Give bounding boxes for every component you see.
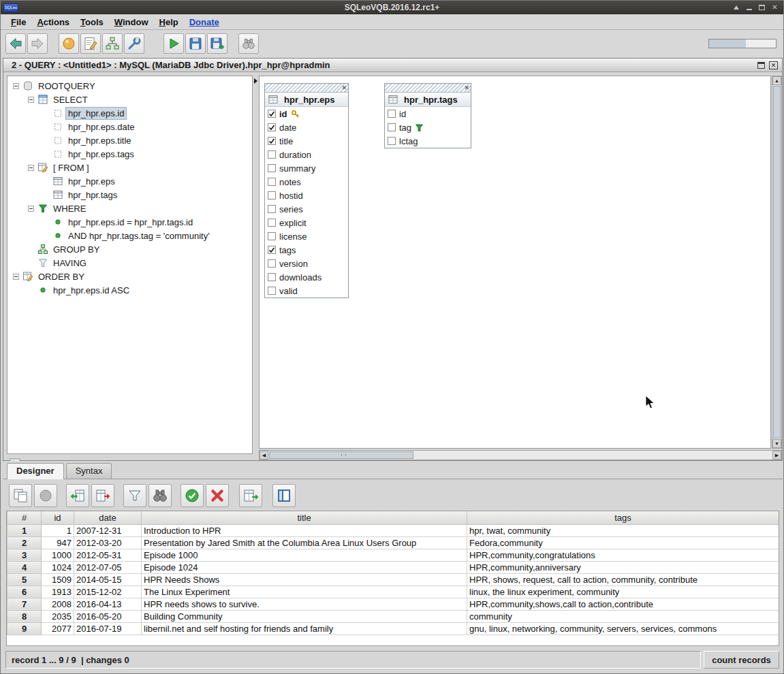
count-records-button[interactable]: count records <box>704 651 779 669</box>
back-arrow-button[interactable] <box>5 33 26 54</box>
tree-item[interactable]: ROOTQUERY <box>7 79 252 93</box>
card-drag-handle[interactable]: ✕ <box>385 84 471 93</box>
cell-title[interactable]: HPR Needs Shows <box>142 573 467 585</box>
menu-file[interactable]: File <box>5 16 31 29</box>
cell-date[interactable]: 2015-12-02 <box>74 585 142 598</box>
splitter[interactable] <box>253 76 259 454</box>
table-card[interactable]: ✕hpr_hpr.tagsidtaglctag <box>384 83 471 148</box>
cell-id[interactable]: 2035 <box>42 610 74 622</box>
filter-funnel-button[interactable] <box>123 484 146 507</box>
column-checkbox[interactable] <box>268 259 276 268</box>
tree-item[interactable]: hpr_hpr.eps.title <box>7 133 252 147</box>
column-checkbox[interactable] <box>268 205 276 213</box>
menu-tools[interactable]: Tools <box>75 16 109 29</box>
tree-item[interactable]: HAVING <box>7 256 252 270</box>
schema-tree-button[interactable] <box>102 33 123 54</box>
cell-id[interactable]: 1913 <box>42 585 74 598</box>
copy-grid-button[interactable] <box>9 484 32 507</box>
horizontal-scrollbar[interactable]: ◀ ▶ <box>259 450 782 460</box>
cell-id[interactable]: 2077 <box>42 622 74 635</box>
cell-date[interactable]: 2016-07-19 <box>74 622 142 635</box>
cell-id[interactable]: 1509 <box>42 573 74 585</box>
menu-window[interactable]: Window <box>109 16 154 29</box>
table-row[interactable]: 720082016-04-13HPR needs shows to surviv… <box>7 598 779 610</box>
cell-tags[interactable]: Fedora,community <box>467 536 779 549</box>
scroll-left-icon[interactable]: ◀ <box>260 451 268 460</box>
cell-title[interactable]: The Linux Experiment <box>142 585 467 598</box>
menu-donate[interactable]: Donate <box>184 16 225 29</box>
table-row[interactable]: 112007-12-31Introduction to HPRhpr, twat… <box>7 524 779 536</box>
card-title[interactable]: hpr_hpr.tags <box>385 93 471 107</box>
shade-icon[interactable] <box>731 3 741 12</box>
table-row[interactable]: 410242012-07-05Episode 1024HPR,community… <box>7 561 779 573</box>
column-checkbox[interactable] <box>268 164 276 172</box>
tree-item[interactable]: hpr_hpr.eps.id = hpr_hpr.tags.id <box>7 215 252 229</box>
column-row[interactable]: summary <box>265 161 348 175</box>
apply-check-button[interactable] <box>181 484 204 507</box>
tab-designer[interactable]: Designer <box>7 463 64 479</box>
cell-date[interactable]: 2016-05-20 <box>74 610 142 622</box>
cell-tags[interactable]: HPR, shows, request, call to action, com… <box>467 573 779 585</box>
vertical-scroll-thumb[interactable] <box>773 86 781 438</box>
table-row[interactable]: 820352016-05-20Building Communitycommuni… <box>7 610 779 622</box>
tree-item[interactable]: hpr_hpr.eps.id ASC <box>7 283 252 297</box>
card-title[interactable]: hpr_hpr.eps <box>265 93 348 107</box>
column-row[interactable]: lctag <box>385 134 471 148</box>
results-table[interactable]: #iddatetitletags112007-12-31Introduction… <box>7 511 779 635</box>
column-checkbox[interactable] <box>268 123 276 131</box>
column-row[interactable]: valid <box>265 284 348 298</box>
cell-date[interactable]: 2012-05-31 <box>74 549 142 561</box>
minimize-icon[interactable] <box>744 3 754 12</box>
scroll-down-icon[interactable]: ▼ <box>772 439 781 448</box>
column-row[interactable]: hostid <box>265 189 348 202</box>
cell-tags[interactable]: HPR,community,congratulations <box>467 549 779 561</box>
column-row[interactable]: notes <box>265 175 348 189</box>
edit-note-button[interactable] <box>80 33 101 54</box>
find-binoculars-button[interactable] <box>148 484 172 507</box>
save-disk-button[interactable] <box>185 33 206 54</box>
cell-date[interactable]: 2012-07-05 <box>74 561 142 573</box>
column-row[interactable]: series <box>265 202 348 216</box>
cell-title[interactable]: Building Community <box>142 610 467 622</box>
column-row[interactable]: license <box>265 229 348 243</box>
results-header[interactable]: title <box>142 511 467 524</box>
column-setup-button[interactable] <box>272 484 296 507</box>
table-row[interactable]: 619132015-12-02The Linux Experimentlinux… <box>7 585 779 598</box>
results-header[interactable]: id <box>42 511 74 524</box>
card-drag-handle[interactable]: ✕ <box>265 84 348 93</box>
column-checkbox[interactable] <box>268 137 276 145</box>
cell-title[interactable]: Episode 1000 <box>142 549 467 561</box>
close-icon[interactable]: ✕ <box>770 3 780 12</box>
menu-actions[interactable]: Actions <box>31 16 75 29</box>
table-row[interactable]: 515092014-05-15HPR Needs ShowsHPR, shows… <box>7 573 779 585</box>
column-checkbox[interactable] <box>268 150 276 159</box>
column-row[interactable]: version <box>265 257 348 270</box>
cell-id[interactable]: 2008 <box>42 598 74 610</box>
column-checkbox[interactable] <box>388 123 396 131</box>
collapse-icon[interactable] <box>28 206 34 212</box>
cell-title[interactable]: Presentation by Jared Smith at the Colum… <box>142 536 467 549</box>
cell-date[interactable]: 2007-12-31 <box>74 524 142 536</box>
scroll-right-icon[interactable]: ▶ <box>772 451 781 460</box>
export-grid-button[interactable] <box>239 484 262 507</box>
cell-id[interactable]: 947 <box>42 536 74 549</box>
tree-item[interactable]: WHERE <box>7 202 252 215</box>
cell-title[interactable]: Episode 1024 <box>142 561 467 573</box>
table-row[interactable]: 29472012-03-20Presentation by Jared Smit… <box>7 536 779 549</box>
column-checkbox[interactable] <box>268 287 276 295</box>
maximize-icon[interactable] <box>757 3 767 12</box>
column-row[interactable]: duration <box>265 148 348 161</box>
collapse-icon[interactable] <box>28 165 34 171</box>
cell-id[interactable]: 1024 <box>42 561 74 573</box>
horizontal-scroll-thumb[interactable] <box>269 451 413 459</box>
column-row[interactable]: title <box>265 134 348 148</box>
cancel-x-button[interactable] <box>206 484 229 507</box>
cell-tags[interactable]: gnu, linux, networking, community, serve… <box>467 622 779 635</box>
frame-close-icon[interactable]: ✕ <box>769 61 778 69</box>
collapse-icon[interactable] <box>28 97 34 103</box>
column-row[interactable]: id <box>385 107 471 121</box>
cell-title[interactable]: Introduction to HPR <box>142 524 467 536</box>
cell-date[interactable]: 2016-04-13 <box>74 598 142 610</box>
column-checkbox[interactable] <box>268 110 276 118</box>
tree-item[interactable]: hpr_hpr.tags <box>7 188 252 202</box>
